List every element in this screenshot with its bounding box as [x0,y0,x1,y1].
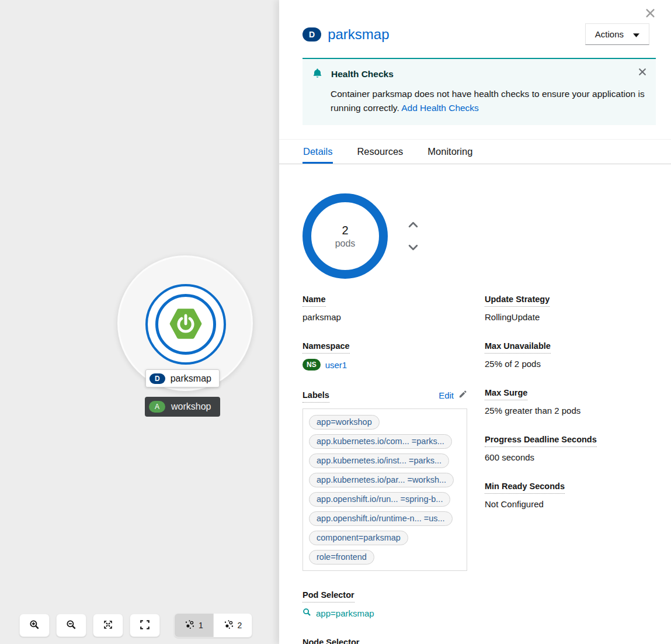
panel-header: D parksmap Actions [279,0,671,45]
namespace-field: Namespace NS user1 [303,341,467,371]
close-icon [645,11,655,20]
alert-close-button[interactable] [637,67,648,79]
pod-selector-term: Pod Selector [303,590,467,600]
progress-deadline-term: Progress Deadline Seconds [485,435,656,444]
topology-node-parksmap[interactable] [145,284,226,365]
health-checks-alert: Health Checks Container parksmap does no… [303,58,656,125]
actions-label: Actions [595,29,624,39]
node-selector-field: Node Selector [303,638,467,644]
progress-deadline-field: Progress Deadline Seconds 600 seconds [485,435,656,462]
caret-down-icon [633,29,639,39]
label-chip: app.kubernetes.io/com... =parks... [309,434,452,449]
update-strategy-term: Update Strategy [485,295,656,304]
pod-selector-link[interactable]: app=parksmap [316,608,374,618]
pod-unit-label: pods [335,238,356,249]
zoom-in-icon [29,619,40,632]
details-tab-content: 2 pods [279,193,671,644]
fullscreen-icon [140,619,150,632]
tab-details[interactable]: Details [303,140,333,164]
label-chip: role=frontend [309,550,374,565]
labels-term: Labels [303,390,329,400]
actions-dropdown[interactable]: Actions [585,23,649,45]
min-ready-field: Min Ready Seconds Not Configured [485,482,656,509]
pod-selector-field: Pod Selector app=parksmap [303,590,467,618]
node-label-parksmap[interactable]: D parksmap [145,369,220,387]
min-ready-term: Min Ready Seconds [485,482,656,491]
pod-count: 2 [342,224,348,237]
application-label-text: workshop [171,401,211,412]
update-strategy-value: RollingUpdate [485,312,656,322]
resource-name-link[interactable]: parksmap [328,26,389,43]
topology-layout-icon [224,619,234,631]
alert-header: Health Checks [312,68,646,81]
panel-close-button[interactable] [644,7,656,21]
fullscreen-button[interactable] [130,614,160,637]
edit-label: Edit [439,390,454,400]
label-chip: app=workshop [309,415,380,430]
increase-pod-count-button[interactable] [407,220,419,229]
progress-deadline-value: 600 seconds [485,452,656,462]
decrease-pod-count-button[interactable] [407,243,419,252]
application-badge: A [149,401,165,413]
zoom-in-button[interactable] [19,614,50,637]
alert-body-text: Container parksmap does not have health … [331,89,645,113]
namespace-badge: NS [303,359,321,371]
label-chip: app.openshift.io/run... =spring-b... [309,492,450,507]
details-left-column: Name parksmap Namespace NS user1 Labels … [303,295,467,644]
node-inner-circle [155,294,216,355]
layout-toggle-group: 1 2 [174,613,252,638]
layout-1-label: 1 [199,621,203,630]
deployment-badge: D [150,373,165,384]
labels-list: app=workshop app.kubernetes.io/com... =p… [303,408,467,571]
panel-tabs: Details Resources Monitoring [279,139,671,164]
max-unavailable-field: Max Unavailable 25% of 2 pods [485,341,656,369]
name-field: Name parksmap [303,295,467,322]
alert-title: Health Checks [331,69,394,79]
layout-2-label: 2 [238,621,242,630]
topology-toolbar: 1 2 [19,613,252,638]
tab-resources[interactable]: Resources [356,140,404,164]
resource-title: D parksmap [303,26,390,43]
labels-field: Labels Edit app=workshop [303,390,467,571]
label-chip: app.kubernetes.io/par... =worksh... [309,473,454,487]
expand-arrows-icon [103,619,113,632]
name-value: parksmap [303,312,467,322]
max-unavailable-value: 25% of 2 pods [485,359,656,369]
fit-to-screen-button[interactable] [93,614,123,637]
zoom-out-button[interactable] [56,614,86,637]
chevron-up-icon [408,221,418,230]
alert-description: Container parksmap does not have health … [331,87,646,115]
label-chip: app.openshift.io/runtime-n... =us... [309,511,453,526]
max-surge-value: 25% greater than 2 pods [485,406,656,416]
max-surge-term: Max Surge [485,388,656,397]
max-surge-field: Max Surge 25% greater than 2 pods [485,388,656,416]
label-chip: component=parksmap [309,531,408,545]
zoom-out-icon [66,619,77,632]
tab-monitoring[interactable]: Monitoring [427,140,473,164]
bell-icon [312,68,323,81]
chevron-down-icon [408,244,418,252]
deployment-badge: D [303,27,321,41]
spring-boot-icon [168,306,204,344]
layout-1-button[interactable]: 1 [175,614,213,637]
namespace-link[interactable]: user1 [325,360,347,370]
layout-2-button[interactable]: 2 [213,614,252,637]
close-icon [638,69,646,78]
min-ready-value: Not Configured [485,499,656,509]
pencil-icon [458,390,467,400]
application-label-workshop[interactable]: A workshop [145,397,220,417]
edit-labels-link[interactable]: Edit [439,390,467,400]
topology-layout-icon [185,619,194,631]
pod-scale-controls [407,220,419,252]
pod-count-donut: 2 pods [303,193,388,279]
node-selector-term: Node Selector [303,638,467,644]
details-side-panel: D parksmap Actions Health Checks [279,0,671,644]
label-chip: app.kubernetes.io/inst... =parks... [309,453,449,468]
max-unavailable-term: Max Unavailable [485,341,656,351]
node-label-text: parksmap [171,373,211,384]
search-icon [303,608,311,618]
namespace-term: Namespace [303,341,467,351]
details-right-column: Update Strategy RollingUpdate Max Unavai… [485,295,656,644]
add-health-checks-link[interactable]: Add Health Checks [401,103,479,113]
name-term: Name [303,295,467,304]
